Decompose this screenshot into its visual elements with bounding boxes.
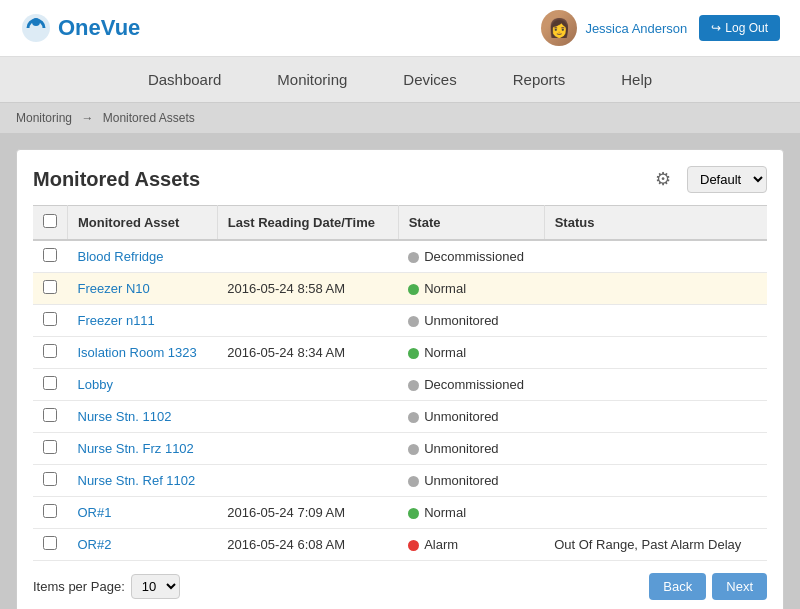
logo: OneVue (20, 12, 140, 44)
state-text: Unmonitored (424, 442, 498, 457)
card-header: Monitored Assets ⚙ Default (33, 166, 767, 193)
state-dot-icon (408, 284, 419, 295)
state-cell: Decommissioned (398, 369, 544, 401)
pagination-buttons: Back Next (649, 573, 767, 600)
table-row: Nurse Stn. 1102Unmonitored (33, 401, 767, 433)
table-row: Nurse Stn. Frz 1102Unmonitored (33, 433, 767, 465)
user-name: Jessica Anderson (585, 21, 687, 36)
select-all-checkbox[interactable] (43, 214, 57, 228)
last-reading-cell (217, 433, 398, 465)
table-row: LobbyDecommissioned (33, 369, 767, 401)
nav-item-help[interactable]: Help (593, 57, 680, 102)
state-cell: Unmonitored (398, 401, 544, 433)
col-asset: Monitored Asset (68, 206, 218, 241)
header-checkbox-cell (33, 206, 68, 241)
last-reading-cell: 2016-05-24 7:09 AM (217, 497, 398, 529)
row-checkbox[interactable] (43, 344, 57, 358)
settings-icon[interactable]: ⚙ (655, 168, 679, 192)
status-cell (544, 401, 767, 433)
state-cell: Alarm (398, 529, 544, 561)
row-checkbox[interactable] (43, 472, 57, 486)
logout-button[interactable]: ↪ Log Out (699, 15, 780, 41)
col-status: Status (544, 206, 767, 241)
status-cell (544, 240, 767, 273)
nav-item-reports[interactable]: Reports (485, 57, 594, 102)
asset-link[interactable]: Freezer n111 (78, 313, 155, 328)
row-checkbox[interactable] (43, 280, 57, 294)
state-cell: Unmonitored (398, 305, 544, 337)
status-cell (544, 465, 767, 497)
row-checkbox[interactable] (43, 408, 57, 422)
breadcrumb-arrow: → (81, 111, 93, 125)
breadcrumb: Monitoring → Monitored Assets (0, 103, 800, 133)
asset-link[interactable]: Nurse Stn. Frz 1102 (78, 441, 194, 456)
logout-label: Log Out (725, 21, 768, 35)
status-cell (544, 337, 767, 369)
table-row: Isolation Room 13232016-05-24 8:34 AMNor… (33, 337, 767, 369)
last-reading-cell: 2016-05-24 6:08 AM (217, 529, 398, 561)
table-row: Nurse Stn. Ref 1102Unmonitored (33, 465, 767, 497)
asset-link[interactable]: Lobby (78, 377, 113, 392)
status-cell: Out Of Range, Past Alarm Delay (544, 529, 767, 561)
items-per-page: Items per Page: 10 25 50 (33, 574, 180, 599)
svg-point-1 (32, 18, 40, 26)
assets-table: Monitored Asset Last Reading Date/Time S… (33, 205, 767, 561)
row-checkbox[interactable] (43, 376, 57, 390)
asset-link[interactable]: OR#1 (78, 505, 112, 520)
state-dot-icon (408, 508, 419, 519)
last-reading-cell (217, 240, 398, 273)
next-button[interactable]: Next (712, 573, 767, 600)
state-cell: Decommissioned (398, 240, 544, 273)
row-checkbox[interactable] (43, 312, 57, 326)
state-cell: Normal (398, 337, 544, 369)
state-text: Unmonitored (424, 474, 498, 489)
asset-link[interactable]: OR#2 (78, 537, 112, 552)
card-title: Monitored Assets (33, 168, 200, 191)
table-row: OR#22016-05-24 6:08 AMAlarmOut Of Range,… (33, 529, 767, 561)
table-row: Freezer N102016-05-24 8:58 AMNormal (33, 273, 767, 305)
state-text: Decommissioned (424, 378, 524, 393)
row-checkbox[interactable] (43, 504, 57, 518)
state-text: Normal (424, 282, 466, 297)
view-select[interactable]: Default (687, 166, 767, 193)
status-cell (544, 305, 767, 337)
last-reading-cell: 2016-05-24 8:34 AM (217, 337, 398, 369)
logout-icon: ↪ (711, 21, 721, 35)
table-header: Monitored Asset Last Reading Date/Time S… (33, 206, 767, 241)
asset-link[interactable]: Isolation Room 1323 (78, 345, 197, 360)
breadcrumb-root[interactable]: Monitoring (16, 111, 72, 125)
asset-link[interactable]: Blood Refridge (78, 249, 164, 264)
last-reading-cell (217, 369, 398, 401)
row-checkbox[interactable] (43, 536, 57, 550)
asset-link[interactable]: Nurse Stn. Ref 1102 (78, 473, 196, 488)
table-row: OR#12016-05-24 7:09 AMNormal (33, 497, 767, 529)
asset-link[interactable]: Freezer N10 (78, 281, 150, 296)
state-dot-icon (408, 444, 419, 455)
avatar: 👩 (541, 10, 577, 46)
nav-item-monitoring[interactable]: Monitoring (249, 57, 375, 102)
state-dot-icon (408, 348, 419, 359)
status-cell (544, 273, 767, 305)
table-row: Freezer n111Unmonitored (33, 305, 767, 337)
row-checkbox[interactable] (43, 440, 57, 454)
per-page-select[interactable]: 10 25 50 (131, 574, 180, 599)
row-checkbox[interactable] (43, 248, 57, 262)
status-cell (544, 433, 767, 465)
asset-link[interactable]: Nurse Stn. 1102 (78, 409, 172, 424)
state-text: Unmonitored (424, 314, 498, 329)
state-text: Normal (424, 346, 466, 361)
monitored-assets-card: Monitored Assets ⚙ Default Monitored Ass… (16, 149, 784, 609)
items-per-page-label: Items per Page: (33, 579, 125, 594)
nav-item-dashboard[interactable]: Dashboard (120, 57, 249, 102)
main-nav: Dashboard Monitoring Devices Reports Hel… (0, 57, 800, 103)
state-dot-icon (408, 380, 419, 391)
back-button[interactable]: Back (649, 573, 706, 600)
assets-table-wrap: Monitored Asset Last Reading Date/Time S… (33, 205, 767, 561)
logo-text: OneVue (58, 15, 140, 41)
nav-item-devices[interactable]: Devices (375, 57, 484, 102)
state-cell: Normal (398, 273, 544, 305)
state-cell: Unmonitored (398, 465, 544, 497)
state-text: Unmonitored (424, 410, 498, 425)
breadcrumb-current: Monitored Assets (103, 111, 195, 125)
state-dot-icon (408, 316, 419, 327)
